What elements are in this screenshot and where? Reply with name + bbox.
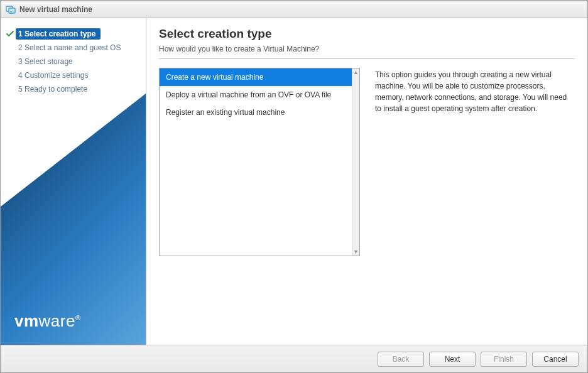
creation-type-listbox[interactable]: Create a new virtual machine Deploy a vi…	[159, 68, 360, 256]
step-bullet	[6, 71, 14, 80]
step-bullet	[6, 43, 14, 52]
finish-button[interactable]: Finish	[481, 352, 527, 367]
step-customize-settings[interactable]: 4 Customize settings	[1, 68, 146, 82]
divider	[159, 58, 575, 59]
wizard-dialog: + New virtual machine 1 Select creation …	[0, 0, 588, 373]
titlebar: + New virtual machine	[1, 1, 587, 18]
option-register-existing-vm[interactable]: Register an existing virtual machine	[160, 104, 352, 121]
vm-icon: +	[6, 4, 16, 14]
wizard-footer: Back Next Finish Cancel	[1, 345, 587, 372]
scroll-up-icon[interactable]: ▲	[352, 68, 359, 76]
listbox-scrollbar[interactable]: ▲ ▼	[352, 68, 359, 256]
wizard-sidebar: 1 Select creation type 2 Select a name a…	[1, 18, 146, 345]
checkmark-icon	[6, 30, 14, 38]
wizard-main: Select creation type How would you like …	[146, 18, 587, 345]
svg-text:+: +	[10, 9, 13, 13]
window-title: New virtual machine	[19, 5, 92, 14]
option-deploy-ovf-ova[interactable]: Deploy a virtual machine from an OVF or …	[160, 86, 352, 104]
next-button[interactable]: Next	[429, 352, 476, 367]
sidebar-decoration	[1, 94, 146, 345]
scroll-track[interactable]	[352, 76, 359, 248]
page-subtitle: How would you like to create a Virtual M…	[159, 45, 575, 53]
step-ready-to-complete[interactable]: 5 Ready to complete	[1, 82, 146, 96]
step-bullet	[6, 85, 14, 94]
page-heading: Select creation type	[159, 27, 575, 41]
option-create-new-vm[interactable]: Create a new virtual machine	[160, 68, 352, 86]
step-select-name-guest-os[interactable]: 2 Select a name and guest OS	[1, 41, 146, 55]
back-button[interactable]: Back	[378, 352, 424, 367]
scroll-down-icon[interactable]: ▼	[352, 248, 359, 256]
wizard-steps: 1 Select creation type 2 Select a name a…	[1, 18, 146, 96]
vmware-logo: vmware®	[14, 311, 81, 331]
content-row: Create a new virtual machine Deploy a vi…	[159, 68, 575, 256]
cancel-button[interactable]: Cancel	[532, 352, 579, 367]
dialog-body: 1 Select creation type 2 Select a name a…	[1, 18, 587, 345]
listbox-items: Create a new virtual machine Deploy a vi…	[160, 68, 352, 256]
step-bullet	[6, 57, 14, 66]
option-description: This option guides you through creating …	[375, 68, 575, 114]
step-select-storage[interactable]: 3 Select storage	[1, 55, 146, 68]
step-select-creation-type[interactable]: 1 Select creation type	[1, 27, 146, 41]
